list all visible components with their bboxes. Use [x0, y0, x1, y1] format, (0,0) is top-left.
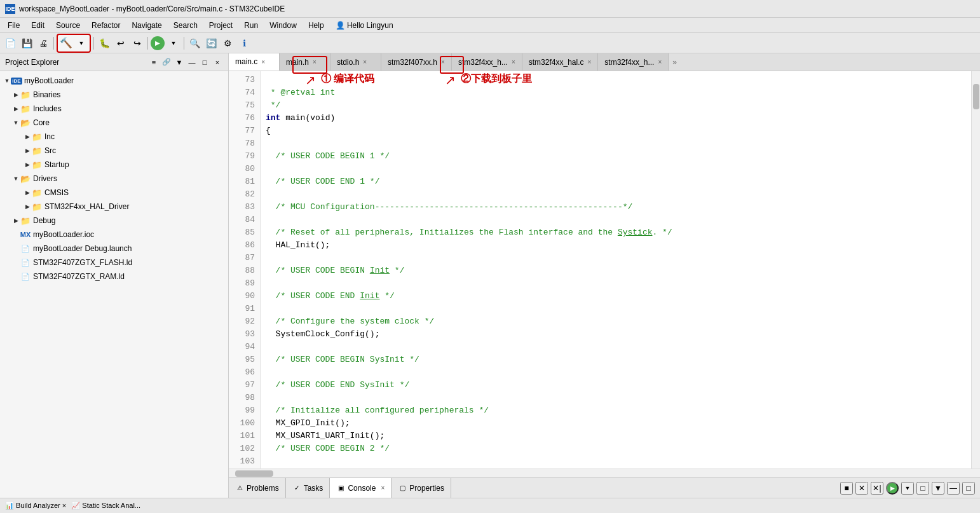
tree-item-Startup[interactable]: ▶ 📁 Startup: [0, 158, 228, 172]
run-bottom-button[interactable]: ▶: [886, 482, 899, 495]
stop-button[interactable]: ■: [840, 482, 853, 495]
explorer-close-button[interactable]: ×: [212, 57, 223, 68]
minimize-bottom-button[interactable]: —: [947, 482, 960, 495]
tree-label-Drivers: Drivers: [33, 174, 57, 183]
explorer-minimize-button[interactable]: —: [186, 57, 198, 68]
tree-arrow-Drivers: ▼: [11, 174, 20, 183]
tab-label-stm32f4xx-h1: stm32f4xx_h...: [458, 58, 508, 67]
menu-user[interactable]: 👤 Hello Lingyun: [330, 20, 398, 31]
tab-main-c[interactable]: main.c ×: [229, 53, 280, 71]
horizontal-scrollbar[interactable]: [229, 469, 980, 477]
tree-arrow-Includes: ▶: [11, 104, 20, 113]
menu-edit[interactable]: Edit: [26, 20, 50, 31]
collapse-all-button[interactable]: ≡: [148, 57, 160, 68]
tree-item-CMSIS[interactable]: ▶ 📁 CMSIS: [0, 186, 228, 200]
tab-main-h[interactable]: main.h ×: [280, 53, 330, 71]
tree-item-FLASH-ld[interactable]: 📄 STM32F407ZGTX_FLASH.ld: [0, 256, 228, 270]
line-91: 91: [229, 303, 260, 315]
print-button[interactable]: 🖨: [36, 36, 51, 51]
refresh-button[interactable]: 🔄: [203, 36, 219, 51]
tree-item-Includes[interactable]: ▶ 📁 Includes: [0, 102, 228, 116]
folder-icon-Debug: 📁: [20, 215, 31, 226]
tab-tasks[interactable]: ✓ Tasks: [286, 478, 330, 498]
menu-run[interactable]: Run: [239, 20, 263, 31]
tab-console[interactable]: ▣ Console ×: [330, 478, 391, 498]
tree-arrow-myBootLoader: ▼: [3, 76, 11, 85]
menu-file[interactable]: File: [3, 20, 25, 31]
build-dropdown[interactable]: ▼: [74, 36, 89, 51]
redo-button[interactable]: ↪: [130, 36, 145, 51]
tabs-overflow[interactable]: »: [669, 53, 681, 71]
line-103: 103: [229, 455, 260, 468]
link-editor-button[interactable]: 🔗: [161, 57, 172, 68]
tree-label-myBootLoader-ioc: myBootLoader.ioc: [33, 230, 94, 239]
run-button[interactable]: ▶: [151, 36, 165, 50]
vertical-scrollbar[interactable]: [971, 71, 980, 469]
pin-button[interactable]: □: [916, 482, 929, 495]
menu-navigate[interactable]: Navigate: [126, 20, 167, 31]
tree-item-Binaries[interactable]: ▶ 📁 Binaries: [0, 88, 228, 102]
run-dropdown[interactable]: ▼: [166, 36, 181, 51]
tab-properties[interactable]: ▢ Properties: [391, 478, 451, 498]
build-button[interactable]: 🔨: [58, 36, 74, 51]
tab-stm32f407xx-h[interactable]: stm32f407xx.h ×: [381, 53, 452, 71]
tab-close-stm32f4xx-h2[interactable]: ×: [658, 58, 662, 65]
tab-close-main-c[interactable]: ×: [261, 58, 265, 65]
undo-button[interactable]: ↩: [113, 36, 128, 51]
run-dropdown-bottom[interactable]: ▼: [901, 482, 914, 495]
tab-problems[interactable]: ⚠ Problems: [229, 478, 286, 498]
menu-project[interactable]: Project: [204, 20, 238, 31]
scrollbar-thumb[interactable]: [973, 84, 979, 109]
status-bar: 📊 Build Analyzer × 📈 Static Stack Anal..…: [0, 498, 980, 513]
tab-stm32f4xx-h2[interactable]: stm32f4xx_h... ×: [598, 53, 669, 71]
line-94: 94: [229, 341, 260, 353]
tab-close-stm32f4xx-h1[interactable]: ×: [512, 58, 515, 65]
explorer-maximize-button[interactable]: □: [199, 57, 210, 68]
tree-item-Debug[interactable]: ▶ 📁 Debug: [0, 214, 228, 228]
search-button[interactable]: 🔍: [187, 36, 202, 51]
tab-stdio-h[interactable]: stdio.h ×: [330, 53, 381, 71]
tab-close-stm32f4xx-hal-c[interactable]: ×: [588, 58, 592, 65]
tab-label-properties: Properties: [409, 484, 444, 493]
folder-icon-Src: 📁: [32, 146, 42, 156]
tab-stm32f4xx-hal-c[interactable]: stm32f4xx_hal.c ×: [522, 53, 599, 71]
code-content[interactable]: * @retval int */ int main(void) { /* USE…: [261, 71, 971, 469]
status-static-stack[interactable]: 📈 Static Stack Anal...: [71, 502, 140, 510]
menu-help[interactable]: Help: [303, 20, 329, 31]
tree-item-myBootLoader[interactable]: ▼ IDE myBootLoader: [0, 74, 228, 88]
debug-button[interactable]: 🐛: [97, 36, 112, 51]
tab-label-main-c: main.c: [235, 57, 257, 66]
new-button[interactable]: 📄: [3, 36, 18, 51]
tree-item-myBootLoader-ioc[interactable]: MX myBootLoader.ioc: [0, 228, 228, 242]
tree-arrow-CMSIS: ▶: [23, 188, 32, 197]
tree-item-Core[interactable]: ▼ 📂 Core: [0, 116, 228, 130]
menu-refactor[interactable]: Refactor: [86, 20, 125, 31]
maximize-bottom-button[interactable]: □: [962, 482, 975, 495]
tree-item-Src[interactable]: ▶ 📁 Src: [0, 144, 228, 158]
tree-item-RAM-ld[interactable]: 📄 STM32F407ZGTX_RAM.ld: [0, 270, 228, 284]
menu-window[interactable]: Window: [264, 20, 302, 31]
scrollbar-h-thumb[interactable]: [235, 470, 273, 477]
remove-button[interactable]: ✕: [855, 482, 868, 495]
tab-close-main-h[interactable]: ×: [313, 58, 316, 65]
tree-item-STM32F4xx-HAL-Driver[interactable]: ▶ 📁 STM32F4xx_HAL_Driver: [0, 200, 228, 214]
status-build-analyzer[interactable]: 📊 Build Analyzer ×: [5, 502, 66, 510]
tree-item-myBootLoader-launch[interactable]: 📄 myBootLoader Debug.launch: [0, 242, 228, 256]
tree-arrow-Core: ▼: [11, 118, 20, 127]
explorer-menu-button[interactable]: ▼: [174, 57, 185, 68]
tab-stm32f4xx-h1[interactable]: stm32f4xx_h... ×: [452, 53, 522, 71]
tree-label-Binaries: Binaries: [33, 90, 60, 99]
save-button[interactable]: 💾: [19, 36, 34, 51]
view-menu-button[interactable]: ▼: [932, 482, 944, 495]
tab-close-console[interactable]: ×: [381, 484, 385, 491]
tree-item-Drivers[interactable]: ▼ 📂 Drivers: [0, 172, 228, 186]
settings-button[interactable]: ⚙: [220, 36, 235, 51]
tab-close-stm32f407xx-h[interactable]: ×: [441, 58, 445, 65]
tab-close-stdio-h[interactable]: ×: [363, 58, 367, 65]
tree-item-Inc[interactable]: ▶ 📁 Inc: [0, 130, 228, 144]
menu-source[interactable]: Source: [51, 20, 85, 31]
info-button[interactable]: ℹ: [236, 36, 252, 51]
separator-4: [184, 37, 184, 50]
clear-button[interactable]: ✕|: [871, 482, 883, 495]
menu-search[interactable]: Search: [168, 20, 203, 31]
